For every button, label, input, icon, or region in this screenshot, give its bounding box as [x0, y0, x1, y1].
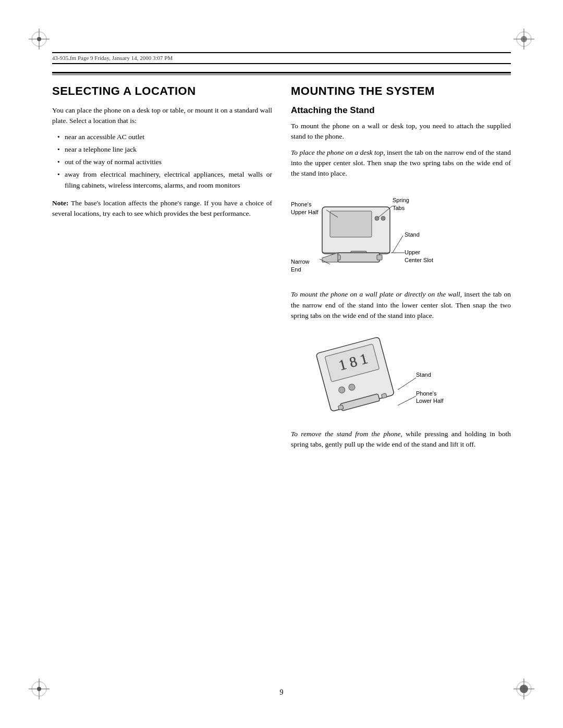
left-column: SELECTING A LOCATION You can place the p…	[52, 84, 272, 676]
page-footer: 9	[52, 688, 511, 697]
para4-italic: To remove the stand from the phone,	[291, 430, 402, 438]
list-item: out of the way of normal activities	[57, 157, 272, 167]
corner-mark-tr	[513, 29, 534, 50]
label-narrow-end: NarrowEnd	[291, 258, 309, 273]
right-column: MOUNTING THE SYSTEM Attaching the Stand …	[291, 84, 511, 676]
para2-italic: To place the phone on a desk top,	[291, 149, 385, 156]
label-phones-lower-half: Phone'sLower Half	[416, 390, 444, 405]
label-spring-tabs: SpringTabs	[393, 196, 409, 212]
svg-line-39	[398, 378, 416, 390]
label-stand-2: Stand	[416, 371, 431, 378]
label-stand: Stand	[405, 231, 420, 238]
page-number: 9	[280, 688, 284, 697]
diagram1-container: Phone'sUpper Half	[291, 186, 511, 285]
svg-line-27	[378, 206, 393, 217]
svg-line-40	[398, 396, 416, 405]
corner-mark-bl	[29, 678, 50, 699]
top-rules	[52, 72, 511, 75]
para4: To remove the stand from the phone, whil…	[291, 429, 511, 450]
two-column-layout: SELECTING A LOCATION You can place the p…	[52, 84, 511, 676]
corner-mark-tl	[29, 29, 50, 50]
para2: To place the phone on a desk top, insert…	[291, 147, 511, 179]
para1: To mount the phone on a wall or desk top…	[291, 121, 511, 142]
diagram2-container: 1 8 1	[291, 328, 511, 425]
para3-italic: To mount the phone on a wall plate or di…	[291, 290, 462, 298]
left-title: SELECTING A LOCATION	[52, 84, 272, 98]
rule-thick	[52, 72, 511, 73]
corner-mark-br	[513, 678, 534, 699]
note-paragraph: Note: The base's location affects the ph…	[52, 198, 272, 219]
right-title: MOUNTING THE SYSTEM	[291, 84, 511, 98]
label-upper-center-slot: UpperCenter Slot	[405, 249, 433, 264]
list-item: near an accessible AC outlet	[57, 132, 272, 142]
page: 43-935.fm Page 9 Friday, January 14, 200…	[0, 0, 563, 728]
svg-line-26	[326, 210, 338, 217]
rule-thin	[52, 75, 511, 75]
svg-line-29	[320, 259, 330, 264]
bullet-list: near an accessible AC outlet near a tele…	[52, 132, 272, 191]
content-area: SELECTING A LOCATION You can place the p…	[52, 68, 511, 676]
left-intro: You can place the phone on a desk top or…	[52, 105, 272, 127]
svg-line-28	[393, 236, 403, 253]
header-text: 43-935.fm Page 9 Friday, January 14, 200…	[52, 55, 173, 61]
list-item: near a telephone line jack	[57, 144, 272, 155]
list-item: away from electrical machinery, electric…	[57, 169, 272, 191]
subheading: Attaching the Stand	[291, 105, 511, 116]
para3: To mount the phone on a wall plate or di…	[291, 289, 511, 321]
note-body: The base's location affects the phone's …	[52, 199, 272, 217]
note-label: Note:	[52, 199, 68, 207]
header-bar: 43-935.fm Page 9 Friday, January 14, 200…	[52, 52, 511, 64]
